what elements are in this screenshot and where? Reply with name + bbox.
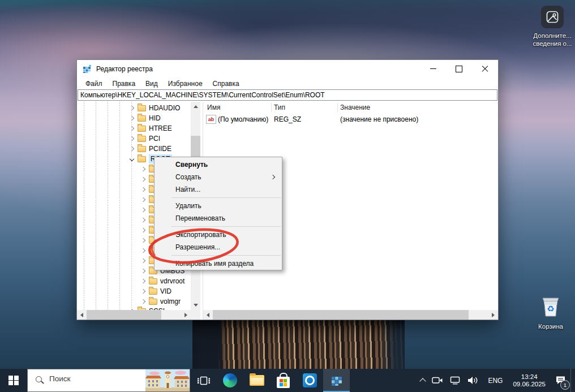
menu-item-copy-key-name[interactable]: Копировать имя раздела [155,257,282,270]
scroll-left-arrow[interactable] [203,310,213,320]
column-header-value[interactable]: Значение [340,104,370,111]
desktop-icon-label: Корзина [525,322,575,330]
meet-now-button[interactable] [428,369,447,392]
menu-view[interactable]: Вид [140,79,163,89]
window-title: Редактор реестра [96,65,153,73]
desktop-icon-recycle-bin[interactable]: ♻ Корзина [525,294,575,330]
scroll-left-arrow[interactable] [77,310,87,320]
menu-item-export[interactable]: Экспортировать [155,229,282,241]
chevron-right-icon[interactable] [141,228,145,232]
menu-edit[interactable]: Правка [108,79,141,89]
desktop-icon-label: сведения о... [526,40,575,48]
volume-button[interactable] [464,369,482,392]
tray-expand-button[interactable] [417,369,428,392]
menu-item-permissions[interactable]: Разрешения... [155,241,282,253]
chevron-right-icon[interactable] [141,208,145,212]
chevron-down-icon[interactable] [130,157,134,161]
chevron-right-icon[interactable] [141,299,145,304]
edge-button[interactable] [217,369,243,392]
value-row-default[interactable]: ab (По умолчанию) REG_SZ (значение не пр… [203,115,498,124]
column-header-type[interactable]: Тип [274,104,285,111]
chevron-right-icon[interactable] [141,238,145,243]
menu-file[interactable]: Файл [80,79,108,89]
folder-icon [149,288,157,295]
close-icon [482,66,488,72]
tree-item-vdrvroot[interactable]: vdrvroot [77,276,200,286]
menu-item-find[interactable]: Найти... [155,183,282,196]
tray-clock[interactable]: 13:24 09.06.2025 [508,369,550,392]
menu-item-rename[interactable]: Переименовать [155,212,282,225]
search-icon [36,376,42,382]
chevron-right-icon[interactable] [141,279,145,283]
taskbar: ENG 13:24 09.06.2025 1 [0,369,575,392]
menu-bar: Файл Правка Вид Избранное Справка [77,77,498,89]
tree-item-hid[interactable]: HID [77,113,200,123]
taskbar-search-box[interactable] [27,369,190,392]
folder-icon [138,136,146,142]
folder-icon [149,299,157,305]
outlook-icon [303,373,317,387]
chevron-right-icon[interactable] [141,167,145,171]
network-button[interactable] [447,369,464,392]
tree-item-vid[interactable]: VID [77,286,200,296]
scroll-down-arrow[interactable] [191,300,200,310]
show-desktop-button[interactable] [570,369,575,392]
menu-separator [171,226,281,227]
minimize-button[interactable] [420,60,446,77]
menu-item-delete[interactable]: Удалить [155,200,282,212]
tree-item-volmgr[interactable]: volmgr [77,296,200,307]
chevron-right-icon[interactable] [130,147,134,151]
regedit-taskbar-button[interactable] [323,369,350,392]
chevron-right-icon[interactable] [141,187,145,192]
folder-icon [138,115,146,122]
menu-help[interactable]: Справка [208,79,244,89]
tree-item-pciide[interactable]: PCIIDE [77,144,200,154]
chevron-right-icon[interactable] [130,126,134,131]
chevron-right-icon[interactable] [141,289,145,294]
chevron-right-icon[interactable] [130,116,134,120]
chevron-right-icon[interactable] [141,197,145,202]
value-name: (По умолчанию) [218,115,268,123]
folder-icon [149,278,157,285]
scrollbar-thumb[interactable] [87,310,161,320]
chevron-right-icon[interactable] [130,106,134,110]
menu-item-new[interactable]: Создать [155,171,282,183]
task-view-button[interactable] [190,369,217,392]
scroll-up-arrow[interactable] [191,102,200,111]
scroll-right-arrow[interactable] [181,310,191,320]
language-indicator[interactable]: ENG [482,369,508,392]
reg-sz-icon: ab [206,115,216,124]
tree-horizontal-scrollbar[interactable] [77,310,191,320]
outlook-button[interactable] [297,369,323,392]
scrollbar-thumb[interactable] [213,310,469,320]
folder-icon [138,126,146,132]
list-horizontal-scrollbar[interactable] [203,310,498,320]
scroll-right-arrow[interactable] [488,310,498,320]
microsoft-store-button[interactable] [270,369,297,392]
tree-item-pci[interactable]: PCI [77,133,200,144]
chevron-right-icon[interactable] [130,136,134,141]
chevron-right-icon[interactable] [141,248,145,253]
desktop: Дополните... сведения о... ♻ Корзина Ред… [0,0,575,392]
menu-item-collapse[interactable]: Свернуть [155,158,282,171]
tray-date: 09.06.2025 [513,381,546,388]
chevron-right-icon[interactable] [141,269,145,273]
search-input[interactable] [48,374,141,384]
chevron-right-icon[interactable] [141,177,145,182]
maximize-button[interactable] [446,60,472,77]
address-input[interactable] [78,91,497,100]
column-header-name[interactable]: Имя [207,104,220,111]
file-explorer-button[interactable] [243,369,270,392]
chevron-right-icon[interactable] [141,218,145,222]
action-center-button[interactable]: 1 [550,369,570,392]
desktop-icon-info[interactable]: Дополните... сведения о... [526,6,575,48]
menu-favorites[interactable]: Избранное [163,79,208,89]
close-button[interactable] [472,60,498,77]
chevron-up-icon [420,378,426,384]
tree-item-hdaudio[interactable]: HDAUDIO [77,103,200,113]
list-header: Имя Тип Значение [203,102,498,113]
search-highlight-illustration[interactable] [145,369,190,391]
tree-item-htree[interactable]: HTREE [77,123,200,133]
start-button[interactable] [0,369,27,392]
chevron-right-icon[interactable] [141,259,145,263]
